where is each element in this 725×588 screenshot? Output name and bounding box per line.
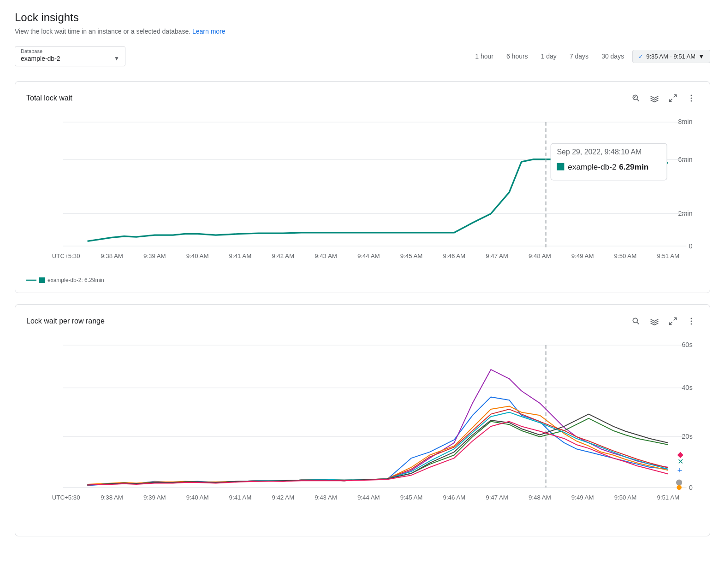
chart1-legend-label: example-db-2: 6.29min [48,277,104,283]
svg-text:9:45 AM: 9:45 AM [400,494,423,501]
svg-text:✕: ✕ [677,458,683,465]
time-1day-button[interactable]: 1 day [536,50,561,63]
svg-point-6 [691,100,692,102]
chevron-down-icon: ▼ [114,55,119,62]
chart1-legend: example-db-2: 6.29min [26,277,699,283]
svg-text:9:48 AM: 9:48 AM [529,253,551,259]
lock-wait-per-row-card: Lock wait per row range 60s 40s 20s 0 [15,304,710,536]
svg-text:9:51 AM: 9:51 AM [657,253,679,259]
svg-text:60s: 60s [682,341,692,348]
svg-point-73 [677,485,682,490]
svg-text:0: 0 [689,484,693,491]
svg-text:9:40 AM: 9:40 AM [186,494,209,501]
svg-text:9:43 AM: 9:43 AM [315,253,337,259]
svg-text:9:38 AM: 9:38 AM [101,494,123,501]
controls-row: Database example-db-2 ▼ 1 hour 6 hours 1… [15,46,710,66]
check-icon: ✓ [638,53,643,60]
svg-line-2 [674,95,677,98]
svg-text:9:39 AM: 9:39 AM [143,253,166,259]
svg-text:9:47 AM: 9:47 AM [486,494,508,501]
time-range-label: 9:35 AM - 9:51 AM [646,53,695,60]
svg-text:UTC+5:30: UTC+5:30 [52,253,80,259]
svg-text:8min: 8min [678,118,693,125]
svg-line-39 [637,322,639,324]
svg-point-38 [633,318,637,323]
svg-point-4 [691,95,692,96]
learn-more-link[interactable]: Learn more [192,28,226,35]
dropdown-chevron-icon: ▼ [698,53,704,60]
svg-text:9:46 AM: 9:46 AM [443,253,466,259]
svg-text:UTC+5:30: UTC+5:30 [52,494,80,501]
svg-text:9:44 AM: 9:44 AM [357,494,380,501]
svg-text:9:44 AM: 9:44 AM [357,253,380,259]
chart1-container: 8min 6min 2min 0 UTC+5:30 9:38 AM 9:39 A… [26,113,699,273]
svg-text:9:48 AM: 9:48 AM [529,494,551,501]
svg-point-43 [691,320,692,322]
svg-text:9:42 AM: 9:42 AM [272,253,294,259]
svg-rect-37 [39,277,45,283]
chart1-header: Total lock wait [26,91,699,106]
database-select-value[interactable]: example-db-2 ▼ [21,55,119,62]
chart1-search-button[interactable] [629,91,643,106]
svg-point-5 [691,98,692,99]
svg-text:9:39 AM: 9:39 AM [143,494,166,501]
svg-text:0: 0 [689,242,693,250]
svg-point-42 [691,318,692,319]
svg-text:example-db-2: example-db-2 [568,162,616,171]
svg-text:9:43 AM: 9:43 AM [315,494,337,501]
svg-text:9:38 AM: 9:38 AM [101,253,123,259]
svg-text:9:40 AM: 9:40 AM [186,253,209,259]
svg-text:9:46 AM: 9:46 AM [443,494,466,501]
time-6hours-button[interactable]: 6 hours [502,50,533,63]
chart1-title: Total lock wait [26,94,72,102]
time-1hour-button[interactable]: 1 hour [470,50,498,63]
svg-text:9:49 AM: 9:49 AM [571,494,594,501]
svg-text:9:41 AM: 9:41 AM [229,494,252,501]
total-lock-wait-card: Total lock wait 8min 6min 2min 0 [15,81,710,293]
chart2-header: Lock wait per row range [26,314,699,329]
svg-text:+: + [677,465,683,475]
svg-text:9:51 AM: 9:51 AM [657,494,679,501]
svg-text:40s: 40s [682,383,692,391]
chart1-svg: 8min 6min 2min 0 UTC+5:30 9:38 AM 9:39 A… [26,113,699,272]
chart1-actions [629,91,699,106]
svg-text:2min: 2min [678,210,693,217]
time-range-button[interactable]: ✓ 9:35 AM - 9:51 AM ▼ [632,50,710,63]
svg-point-44 [691,323,692,324]
chart2-fullscreen-button[interactable] [666,314,680,329]
svg-text:9:45 AM: 9:45 AM [400,253,423,259]
svg-text:6.29min: 6.29min [619,162,648,171]
chart2-title: Lock wait per row range [26,317,105,325]
chart2-container: 60s 40s 20s 0 UTC+5:30 9:38 AM 9:39 AM 9… [26,336,699,527]
svg-text:20s: 20s [682,432,692,440]
svg-line-1 [637,99,639,101]
svg-point-72 [676,479,682,485]
svg-line-40 [674,318,677,320]
chart2-more-button[interactable] [684,314,699,329]
time-7days-button[interactable]: 7 days [565,50,593,63]
time-controls: 1 hour 6 hours 1 day 7 days 30 days ✓ 9:… [470,50,710,63]
svg-text:9:47 AM: 9:47 AM [486,253,508,259]
chart1-fullscreen-button[interactable] [666,91,680,106]
chart1-more-button[interactable] [684,91,699,106]
time-30days-button[interactable]: 30 days [597,50,629,63]
chart2-actions [629,314,699,329]
chart2-svg: 60s 40s 20s 0 UTC+5:30 9:38 AM 9:39 AM 9… [26,336,699,525]
svg-text:9:41 AM: 9:41 AM [229,253,252,259]
svg-text:9:42 AM: 9:42 AM [272,494,294,501]
chart2-search-button[interactable] [629,314,643,329]
svg-rect-33 [557,163,564,171]
page-title: Lock insights [15,11,710,24]
chart2-layers-button[interactable] [647,314,662,329]
svg-text:9:50 AM: 9:50 AM [614,494,637,501]
svg-line-3 [670,99,672,102]
database-selector[interactable]: Database example-db-2 ▼ [15,46,125,66]
page-subtitle: View the lock wait time in an instance o… [15,28,710,35]
database-label: Database [21,48,119,54]
svg-text:Sep 29, 2022, 9:48:10 AM: Sep 29, 2022, 9:48:10 AM [557,148,642,156]
svg-marker-69 [677,452,683,458]
svg-text:9:49 AM: 9:49 AM [571,253,594,259]
svg-text:9:50 AM: 9:50 AM [614,253,637,259]
chart1-layers-button[interactable] [647,91,662,106]
svg-line-41 [670,322,672,324]
